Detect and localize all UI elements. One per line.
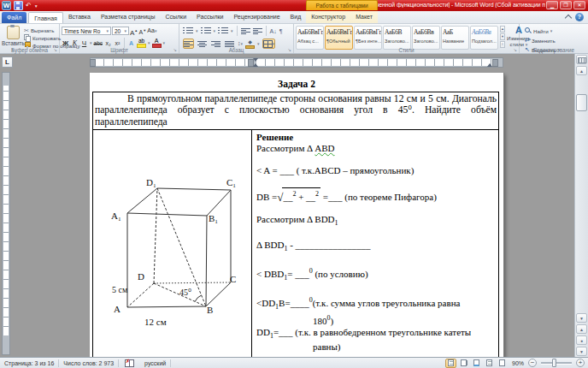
find-button[interactable]: Найти▾ — [525, 27, 586, 34]
save-icon[interactable] — [14, 1, 23, 10]
scroll-down-icon[interactable]: ▼ — [576, 313, 587, 323]
tab-table-layout[interactable]: Макет — [350, 11, 378, 23]
bold-button[interactable]: Ж — [62, 39, 69, 48]
horizontal-ruler[interactable] — [90, 57, 503, 68]
close-button[interactable]: ✕ — [573, 1, 585, 9]
style-item-5[interactable]: АаБНазвание — [441, 26, 469, 50]
vertex-label-b: B — [207, 305, 213, 315]
solution-line: Решение — [256, 132, 497, 143]
proofing-book-icon — [125, 359, 134, 367]
font-size-combo[interactable]: 20▾ — [112, 27, 129, 35]
vertical-ruler[interactable] — [2, 72, 10, 355]
contextual-tab-header[interactable]: Работа с таблицами — [306, 0, 378, 10]
font-dialog-launcher[interactable]: ↘ — [172, 47, 178, 53]
tab-design[interactable]: Конструктор — [306, 11, 350, 23]
angle-arc — [195, 295, 201, 301]
increase-indent-icon[interactable] — [253, 27, 262, 35]
solution-line: < A = ___ ( т.к.ABCD – прямоугольник) — [256, 165, 497, 176]
draft-view-button[interactable] — [497, 359, 508, 368]
tab-home[interactable]: Главная — [28, 12, 63, 23]
strikethrough-button[interactable]: abc — [94, 39, 103, 48]
scroll-up-icon[interactable]: ▲ — [576, 66, 587, 75]
word-count[interactable]: Число слов: 2 973 — [59, 359, 119, 367]
web-layout-view-button[interactable] — [471, 359, 482, 368]
underline-button[interactable]: Ч — [80, 39, 88, 48]
style-item-4[interactable]: АаБбВвЗаголово... — [412, 26, 440, 50]
qat-dropdown-icon[interactable]: ▼ — [34, 2, 38, 10]
proofing-status[interactable] — [119, 359, 140, 367]
styles-dialog-launcher[interactable]: ↘ — [512, 47, 518, 53]
multilevel-list-icon[interactable] — [218, 27, 228, 35]
tab-file[interactable]: Файл — [2, 12, 26, 23]
gallery-down-icon[interactable]: ▼ — [500, 33, 505, 40]
solution-line: < DBD1= ___0 (по условию) — [256, 265, 497, 283]
select-browse-object-icon[interactable]: ● — [576, 335, 587, 345]
change-case-button[interactable]: Аа▾ — [147, 26, 156, 35]
zoom-in-button[interactable]: + — [576, 359, 585, 367]
decrease-indent-icon[interactable] — [241, 27, 250, 35]
font-name-combo[interactable]: Times New Ro▾ — [62, 27, 111, 35]
collapse-ribbon-icon[interactable] — [565, 15, 572, 21]
tab-page-layout[interactable]: Разметка страницы — [96, 11, 161, 23]
help-icon[interactable]: ? — [575, 13, 584, 21]
solution-cell[interactable]: РешениеРассмотрим Δ ABD< A = ___ ( т.к.A… — [252, 130, 498, 357]
style-item-0[interactable]: АаБбВвГг,Абзац с... — [296, 26, 324, 50]
page-indicator[interactable]: Страница: 3 из 16 — [0, 359, 59, 367]
tab-insert[interactable]: Вставка — [63, 11, 96, 23]
first-line-indent-marker[interactable] — [253, 58, 258, 62]
tab-stop-selector[interactable]: L — [2, 56, 13, 68]
minimize-button[interactable]: ▁ — [546, 1, 558, 9]
restore-button[interactable]: ❐ — [560, 1, 572, 9]
style-item-2[interactable]: АаБбВвГг,¶Без инте... — [354, 26, 382, 50]
solution-line: DD1=___ (т.к. в равнобедренном треугольн… — [256, 327, 497, 341]
styles-gallery: АаБбВвГг,Абзац с...АаБбВвГг,¶ОбычныйАаБб… — [296, 26, 498, 50]
tab-mailings[interactable]: Рассылки — [191, 11, 228, 23]
previous-page-icon[interactable]: ▲ — [576, 324, 587, 334]
italic-button[interactable]: К — [71, 39, 79, 48]
zoom-out-button[interactable]: − — [528, 359, 537, 367]
ruler-toggle-button[interactable] — [576, 55, 587, 64]
scrollbar-thumb[interactable] — [576, 94, 587, 111]
zoom-slider-thumb[interactable] — [552, 359, 556, 367]
pilcrow-icon[interactable]: ¶ — [279, 27, 283, 35]
find-icon — [525, 27, 532, 34]
replace-button[interactable]: ⇄Заменить — [525, 37, 586, 44]
fullscreen-reading-view-button[interactable] — [458, 359, 469, 368]
gallery-up-icon[interactable]: ▲ — [500, 26, 505, 33]
subscript-button[interactable]: x₂ — [104, 39, 112, 48]
zoom-level[interactable]: 90% — [509, 360, 526, 366]
text-effects-button[interactable]: А — [127, 39, 135, 48]
tab-references[interactable]: Ссылки — [160, 11, 191, 23]
paragraph-dialog-launcher[interactable]: ↘ — [286, 47, 292, 53]
superscript-button[interactable]: x² — [114, 39, 121, 48]
solution-line: Рассмотрим Δ BDD1 — [256, 214, 497, 229]
solution-line: Δ BDD1 - ________________ — [256, 240, 497, 254]
undo-icon[interactable]: ↶ — [26, 2, 32, 10]
bullet-list-icon[interactable] — [183, 27, 193, 35]
hanging-indent-marker[interactable] — [253, 63, 258, 67]
shrink-font-button[interactable]: А▼ — [138, 26, 146, 35]
print-layout-view-button[interactable] — [445, 359, 456, 368]
styles-group-label: Стили — [294, 47, 519, 53]
style-item-6[interactable]: АаБбВвПодзагол... — [470, 26, 498, 50]
table-column-marker[interactable] — [90, 59, 96, 67]
word-app-icon[interactable]: W — [2, 1, 11, 10]
clipboard-icon — [7, 26, 20, 39]
next-page-icon[interactable]: ▼ — [576, 347, 587, 356]
language-indicator[interactable]: русский — [140, 359, 171, 367]
tab-view[interactable]: Вид — [285, 11, 307, 23]
outline-view-button[interactable] — [484, 359, 495, 368]
sort-icon[interactable]: А↓ — [270, 27, 277, 35]
tab-review[interactable]: Рецензирование — [229, 11, 285, 23]
numbered-list-icon[interactable] — [201, 27, 211, 35]
clipboard-dialog-launcher[interactable]: ↘ — [52, 47, 58, 53]
document-page[interactable]: Задача 2 В прямоугольном параллелепипеде… — [90, 73, 503, 357]
grow-font-button[interactable]: А▲ — [130, 26, 138, 35]
right-indent-marker[interactable] — [487, 63, 492, 67]
style-item-1[interactable]: АаБбВвГг,¶Обычный — [325, 26, 353, 50]
zoom-slider[interactable] — [541, 362, 572, 364]
table-column-marker[interactable] — [492, 59, 498, 67]
vertical-scrollbar[interactable]: ▲ ▼ ▲ ● ▼ — [574, 54, 588, 357]
vertex-label-b1: B₁ — [209, 213, 218, 223]
style-item-3[interactable]: АаБбВЗаголово... — [383, 26, 411, 50]
